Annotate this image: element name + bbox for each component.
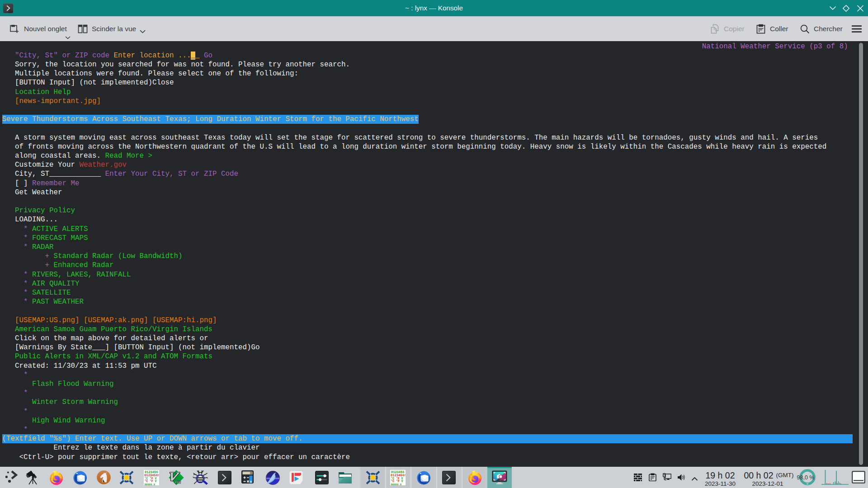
svg-text:01234567: 01234567 — [391, 473, 406, 477]
svg-text:°C °F V: °C °F V — [145, 476, 157, 480]
svg-text:01234567: 01234567 — [144, 473, 159, 477]
svg-text:°C °F V: °C °F V — [391, 476, 403, 480]
svg-text:00000.0: 00000.0 — [391, 483, 402, 485]
svg-text:m: m — [177, 479, 181, 485]
svg-text:00000.0: 00000.0 — [145, 483, 156, 485]
